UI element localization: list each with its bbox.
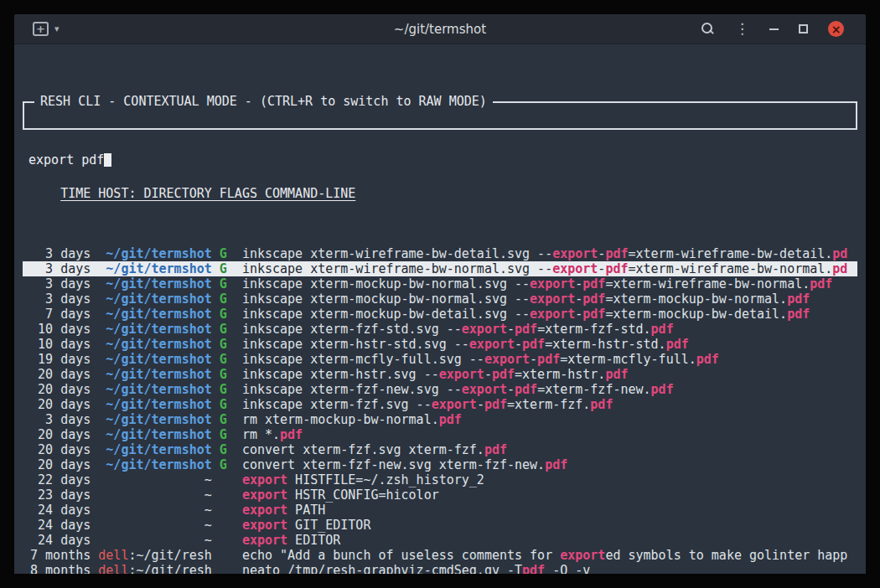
history-row[interactable]: 7 months dell:~/git/resh echo "Add a bun…	[23, 548, 857, 563]
history-row[interactable]: 8 months dell:~/git/resh neato /tmp/resh…	[23, 563, 857, 574]
history-row[interactable]: 3 days ~/git/termshot G rm xterm-mockup-…	[23, 412, 857, 427]
minimize-button[interactable]	[769, 28, 779, 30]
search-query-line[interactable]: export pdf	[24, 148, 856, 168]
terminal-window: + ▾ ~/git/termshot ⋮ × RESH CLI - CONTEX…	[14, 14, 866, 574]
menu-kebab-icon[interactable]: ⋮	[735, 22, 749, 36]
history-row[interactable]: 10 days ~/git/termshot G inkscape xterm-…	[23, 322, 857, 337]
history-row[interactable]: 3 days ~/git/termshot G inkscape xterm-m…	[23, 276, 857, 291]
history-row[interactable]: 3 days ~/git/termshot G inkscape xterm-w…	[23, 246, 857, 261]
history-row[interactable]: 10 days ~/git/termshot G inkscape xterm-…	[23, 337, 857, 352]
titlebar[interactable]: + ▾ ~/git/termshot ⋮ ×	[14, 14, 866, 44]
search-query-text: export pdf	[28, 152, 104, 168]
history-row[interactable]: 20 days ~/git/termshot G inkscape xterm-…	[23, 367, 857, 382]
search-icon[interactable]	[701, 22, 715, 36]
history-row[interactable]: 24 days ~ export GIT_EDITOR	[23, 518, 857, 533]
history-row[interactable]: 20 days ~/git/termshot G inkscape xterm-…	[23, 397, 857, 412]
history-row[interactable]: 24 days ~ export PATH	[23, 503, 857, 518]
history-row[interactable]: 19 days ~/git/termshot G inkscape xterm-…	[23, 352, 857, 367]
history-row[interactable]: 7 days ~/git/termshot G inkscape xterm-m…	[23, 307, 857, 322]
text-cursor	[104, 153, 111, 167]
history-row[interactable]: 20 days ~/git/termshot G rm *.pdf	[23, 427, 857, 442]
screen-frame: + ▾ ~/git/termshot ⋮ × RESH CLI - CONTEX…	[0, 0, 880, 588]
history-row[interactable]: 23 days ~ export HSTR_CONFIG=hicolor	[23, 487, 857, 503]
new-tab-button[interactable]: +	[33, 22, 49, 36]
history-row[interactable]: 20 days ~/git/termshot G inkscape xterm-…	[23, 382, 857, 397]
history-row[interactable]: 20 days ~/git/termshot G convert xterm-f…	[23, 442, 857, 457]
history-row-selected[interactable]: 3 days ~/git/termshot G inkscape xterm-w…	[23, 261, 857, 276]
history-row[interactable]: 3 days ~/git/termshot G inkscape xterm-m…	[23, 291, 857, 307]
titlebar-right-controls: ⋮ ×	[701, 21, 866, 37]
terminal-content: RESH CLI - CONTEXTUAL MODE - (CTRL+R to …	[14, 44, 866, 573]
search-box[interactable]: RESH CLI - CONTEXTUAL MODE - (CTRL+R to …	[23, 101, 857, 130]
dropdown-caret-icon[interactable]: ▾	[54, 23, 60, 34]
history-row[interactable]: 24 days ~ export EDITOR	[23, 533, 857, 548]
titlebar-left-controls: + ▾	[14, 22, 60, 36]
maximize-button[interactable]	[799, 24, 808, 34]
history-list: 3 days ~/git/termshot G inkscape xterm-w…	[23, 246, 857, 574]
history-row[interactable]: 20 days ~/git/termshot G convert xterm-f…	[23, 457, 857, 472]
search-box-title: RESH CLI - CONTEXTUAL MODE - (CTRL+R to …	[34, 94, 493, 109]
close-x-icon: ×	[831, 23, 841, 35]
history-row[interactable]: 22 days ~ export HISTFILE=~/.zsh_history…	[23, 472, 857, 487]
plus-icon: +	[36, 23, 45, 34]
close-button[interactable]: ×	[828, 21, 844, 37]
